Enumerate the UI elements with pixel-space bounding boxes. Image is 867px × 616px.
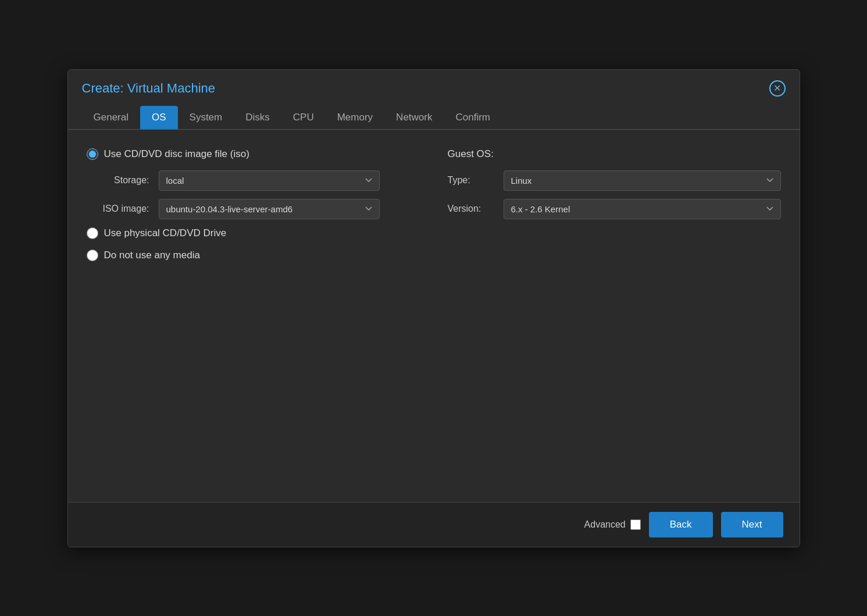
dialog-header: Create: Virtual Machine ✕	[68, 70, 800, 97]
tab-memory[interactable]: Memory	[326, 106, 384, 129]
type-field-row: Type: Linux	[448, 170, 781, 191]
physical-radio[interactable]	[87, 227, 98, 239]
advanced-checkbox[interactable]	[630, 519, 641, 530]
next-button[interactable]: Next	[721, 512, 783, 537]
iso-option-row: Use CD/DVD disc image file (iso)	[87, 148, 420, 160]
advanced-label[interactable]: Advanced	[584, 519, 641, 530]
iso-image-field-row: ISO image: ubuntu-20.04.3-live-server-am…	[87, 199, 420, 219]
tab-cpu[interactable]: CPU	[281, 106, 326, 129]
right-column: Guest OS: Type: Linux Version: 6.x - 2.6…	[448, 148, 781, 272]
iso-image-select[interactable]: ubuntu-20.04.3-live-server-amd6	[159, 199, 380, 219]
iso-radio[interactable]	[87, 148, 98, 160]
storage-label: Storage:	[91, 175, 149, 186]
physical-option-row: Use physical CD/DVD Drive	[87, 227, 420, 239]
tab-network[interactable]: Network	[384, 106, 444, 129]
content-area: Use CD/DVD disc image file (iso) Storage…	[68, 130, 800, 502]
type-select[interactable]: Linux	[504, 170, 781, 191]
no-media-radio-label[interactable]: Do not use any media	[104, 250, 200, 261]
advanced-text: Advanced	[584, 519, 626, 530]
iso-radio-label[interactable]: Use CD/DVD disc image file (iso)	[104, 148, 249, 160]
version-field-row: Version: 6.x - 2.6 Kernel	[448, 199, 781, 219]
left-column: Use CD/DVD disc image file (iso) Storage…	[87, 148, 420, 272]
iso-image-label: ISO image:	[91, 204, 149, 214]
tab-system[interactable]: System	[178, 106, 234, 129]
tab-general[interactable]: General	[82, 106, 140, 129]
close-button[interactable]: ✕	[769, 80, 786, 97]
no-media-radio[interactable]	[87, 250, 98, 261]
back-button[interactable]: Back	[649, 512, 713, 537]
create-vm-dialog: Create: Virtual Machine ✕ General OS Sys…	[67, 69, 800, 547]
os-content: Use CD/DVD disc image file (iso) Storage…	[87, 148, 781, 272]
guest-os-heading: Guest OS:	[448, 148, 781, 160]
physical-radio-label[interactable]: Use physical CD/DVD Drive	[104, 227, 227, 239]
storage-select[interactable]: local	[159, 170, 380, 191]
dialog-footer: Advanced Back Next	[68, 503, 800, 547]
tab-disks[interactable]: Disks	[234, 106, 281, 129]
tab-confirm[interactable]: Confirm	[444, 106, 502, 129]
storage-field-row: Storage: local	[87, 170, 420, 191]
type-label: Type:	[448, 175, 494, 186]
no-media-option-row: Do not use any media	[87, 250, 420, 261]
tab-os[interactable]: OS	[140, 106, 178, 129]
tab-bar: General OS System Disks CPU Memory Netwo…	[68, 97, 800, 130]
version-select[interactable]: 6.x - 2.6 Kernel	[504, 199, 781, 219]
version-label: Version:	[448, 204, 494, 214]
dialog-title: Create: Virtual Machine	[82, 81, 216, 96]
